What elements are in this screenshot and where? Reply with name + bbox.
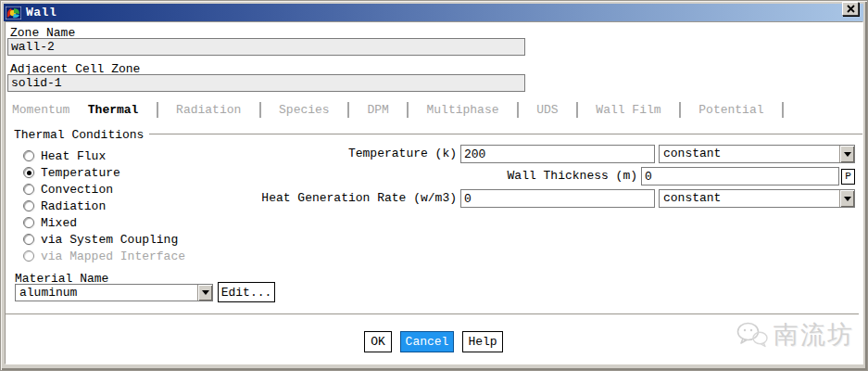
title-bar[interactable]: Wall <box>4 4 863 21</box>
tab-strip: Momentum Thermal Radiation Species DPM M… <box>12 101 784 118</box>
footer-divider <box>6 313 859 315</box>
tab-wall-film[interactable]: Wall Film <box>596 103 660 117</box>
tab-radiation[interactable]: Radiation <box>176 103 241 117</box>
adjacent-cell-zone-input[interactable] <box>7 74 525 92</box>
radio-mixed[interactable]: Mixed <box>23 215 77 230</box>
heat-generation-rate-label: Heat Generation Rate (w/m3) <box>260 189 457 208</box>
radio-icon <box>23 184 34 195</box>
radio-label: Heat Flux <box>41 149 106 163</box>
ok-button[interactable]: OK <box>364 331 392 352</box>
radio-label: via System Coupling <box>41 233 178 247</box>
dropdown-value: constant <box>660 190 839 207</box>
heat-generation-method-dropdown[interactable]: constant <box>659 189 855 208</box>
radio-temperature[interactable]: Temperature <box>23 165 120 180</box>
help-button[interactable]: Help <box>462 331 503 352</box>
radio-radiation[interactable]: Radiation <box>23 198 106 213</box>
radio-label: via Mapped Interface <box>41 249 185 263</box>
radio-heat-flux[interactable]: Heat Flux <box>23 148 106 163</box>
tab-separator <box>782 102 784 118</box>
cancel-button[interactable]: Cancel <box>400 331 454 352</box>
tab-thermal[interactable]: Thermal <box>88 103 139 117</box>
tab-separator <box>576 102 578 118</box>
tab-separator <box>157 102 158 118</box>
zone-name-input[interactable] <box>7 38 525 56</box>
radio-label: Radiation <box>41 199 106 213</box>
fluent-app-icon <box>6 6 21 19</box>
radio-via-system-coupling[interactable]: via System Coupling <box>23 232 178 247</box>
radio-disabled-icon <box>23 250 34 262</box>
radio-icon <box>23 200 34 211</box>
wall-thickness-input[interactable] <box>641 167 839 186</box>
radio-selected-icon <box>23 167 34 178</box>
temperature-input[interactable] <box>460 145 655 163</box>
chevron-down-icon[interactable] <box>839 190 854 207</box>
radio-icon <box>23 150 34 161</box>
tab-momentum[interactable]: Momentum <box>12 103 69 117</box>
temperature-method-dropdown[interactable]: constant <box>659 145 855 163</box>
tab-separator <box>407 102 409 118</box>
material-name-dropdown[interactable]: aluminum <box>15 284 213 301</box>
tab-dpm[interactable]: DPM <box>367 103 388 117</box>
dropdown-value: constant <box>660 146 839 162</box>
tab-separator <box>679 102 681 118</box>
tab-multiphase[interactable]: Multiphase <box>427 103 499 117</box>
group-divider <box>140 134 862 135</box>
radio-via-mapped-interface: via Mapped Interface <box>23 249 185 263</box>
tab-uds[interactable]: UDS <box>536 103 558 117</box>
radio-convection[interactable]: Convection <box>23 182 113 197</box>
radio-icon <box>23 234 34 245</box>
tab-separator <box>517 102 519 118</box>
close-icon <box>847 5 855 13</box>
profile-p-button[interactable]: P <box>841 169 855 185</box>
close-button[interactable] <box>842 2 859 16</box>
window-title: Wall <box>26 6 57 19</box>
heat-generation-rate-input[interactable] <box>460 189 655 208</box>
thermal-conditions-group-title: Thermal Conditions <box>14 128 149 142</box>
wall-dialog: Wall Zone Name Adjacent Cell Zone Moment… <box>0 0 868 371</box>
edit-material-button[interactable]: Edit... <box>218 282 275 302</box>
tab-separator <box>259 102 261 118</box>
wall-thickness-label: Wall Thickness (m) <box>371 167 637 186</box>
tab-separator <box>347 102 349 118</box>
radio-label: Temperature <box>41 166 120 180</box>
radio-label: Convection <box>41 183 113 197</box>
radio-icon <box>23 217 34 228</box>
tab-potential[interactable]: Potential <box>698 103 763 117</box>
chevron-down-icon[interactable] <box>839 146 854 162</box>
temperature-label: Temperature (k) <box>260 145 457 163</box>
chevron-down-icon[interactable] <box>197 285 212 301</box>
dropdown-value: aluminum <box>16 285 197 301</box>
radio-label: Mixed <box>41 216 77 230</box>
tab-species[interactable]: Species <box>279 103 330 117</box>
